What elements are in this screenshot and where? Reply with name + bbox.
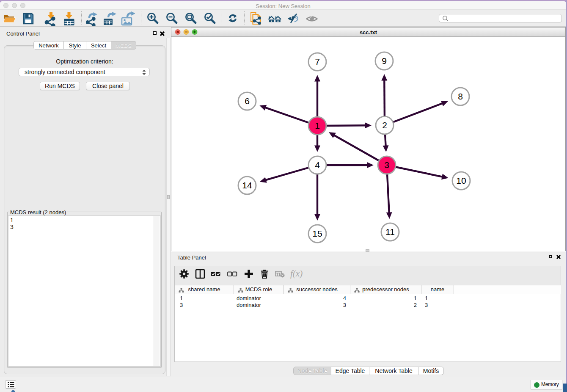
svg-text:6: 6	[245, 96, 250, 106]
svg-text:9: 9	[382, 56, 387, 66]
svg-text:8: 8	[458, 91, 463, 101]
svg-text:14: 14	[242, 180, 252, 190]
svg-text:11: 11	[385, 227, 395, 237]
svg-text:3: 3	[384, 160, 389, 170]
svg-text:7: 7	[315, 57, 320, 66]
svg-text:1: 1	[315, 121, 320, 130]
svg-text:4: 4	[315, 160, 320, 170]
svg-text:10: 10	[456, 176, 466, 185]
svg-text:2: 2	[382, 120, 387, 130]
svg-text:15: 15	[312, 229, 322, 238]
